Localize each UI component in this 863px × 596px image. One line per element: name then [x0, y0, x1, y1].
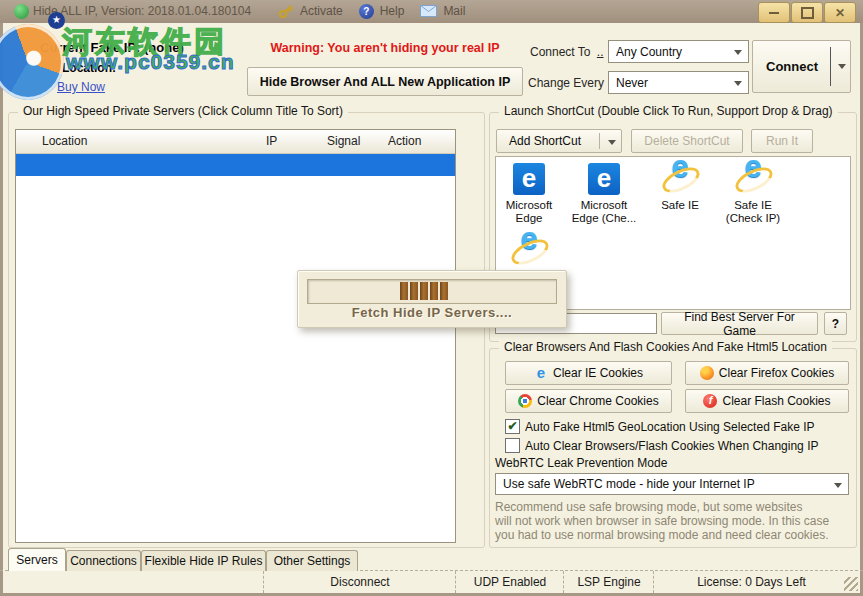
column-location[interactable]: Location	[42, 134, 87, 148]
help-button[interactable]: Help	[380, 4, 405, 18]
connect-to-label: Connect To ..	[530, 45, 604, 59]
webrtc-label: WebRTC Leak Prevention Mode	[495, 456, 667, 470]
column-ip[interactable]: IP	[266, 134, 277, 148]
selected-server-row[interactable]	[16, 154, 455, 176]
ie-icon: e	[663, 163, 697, 195]
ie-icon: e	[512, 235, 546, 267]
shortcut-item[interactable]: e Microsoft Edge (Che...	[567, 163, 641, 225]
status-lsp: LSP Engine	[563, 571, 654, 593]
shortcut-panel-title: Launch ShortCut (Double Click To Run, Su…	[499, 104, 838, 118]
flash-icon: f	[703, 394, 717, 408]
find-help-button[interactable]: ?	[824, 312, 847, 335]
progress-marquee	[400, 282, 448, 300]
status-license: License: 0 Days Left	[653, 571, 849, 593]
buy-now-link[interactable]: Buy Now	[57, 80, 105, 94]
activate-button[interactable]: Activate	[300, 4, 343, 18]
status-udp: UDP Enabled	[455, 571, 564, 593]
chevron-down-icon	[834, 483, 842, 488]
window-title: Hide ALL IP, Version: 2018.01.04.180104	[33, 4, 251, 18]
cookies-panel-title: Clear Browsers And Flash Cookies And Fak…	[499, 340, 832, 354]
warning-text: Warning: You aren't hiding your real IP	[247, 41, 523, 55]
change-every-label: Change Every	[528, 76, 604, 90]
change-every-select[interactable]: Never	[608, 71, 749, 94]
auto-fake-html5-label[interactable]: Auto Fake Html5 GeoLocation Using Select…	[525, 420, 814, 434]
browsing-mode-note: Recommend use safe browsing mode, but so…	[495, 500, 829, 542]
location-label: Location:	[62, 61, 116, 75]
fetch-servers-dialog: Fetch Hide IP Servers....	[297, 270, 567, 328]
status-bar: Disconnect UDP Enabled LSP Engine Licens…	[0, 571, 863, 593]
servers-panel-title: Our High Speed Private Servers (Click Co…	[18, 104, 348, 118]
column-signal[interactable]: Signal	[327, 134, 360, 148]
server-list-header[interactable]: Location IP Signal Action	[16, 130, 455, 154]
status-connection: Disconnect	[263, 571, 456, 593]
check-icon: ✔	[507, 419, 517, 433]
auto-clear-cookies-checkbox[interactable]	[505, 438, 520, 453]
firefox-icon	[700, 366, 714, 380]
change-every-value: Never	[616, 76, 648, 90]
tab-connections[interactable]: Connections	[66, 550, 141, 571]
minimize-button[interactable]	[758, 2, 790, 23]
split-divider	[830, 47, 831, 86]
chrome-icon	[518, 394, 532, 408]
app-icon	[14, 4, 29, 19]
minimize-icon	[769, 12, 779, 14]
clear-ie-cookies-button[interactable]: e Clear IE Cookies	[505, 361, 672, 385]
webrtc-select[interactable]: Use safe WebRTC mode - hide your Interne…	[495, 473, 849, 495]
shortcut-item[interactable]: e Safe IE (Check IP)	[716, 163, 790, 225]
clear-flash-cookies-button[interactable]: f Clear Flash Cookies	[685, 389, 849, 413]
add-shortcut-dropdown-icon[interactable]	[608, 140, 616, 145]
activate-key-icon	[278, 3, 294, 19]
current-fake-ip: Current Fake IP: (none)	[40, 40, 184, 55]
tab-other-settings[interactable]: Other Settings	[266, 550, 358, 571]
progress-message: Fetch Hide IP Servers....	[298, 305, 566, 320]
shortcut-label: Safe IE	[643, 199, 717, 212]
mail-button[interactable]: Mail	[443, 4, 465, 18]
close-icon: ✕	[835, 8, 845, 18]
shortcut-item[interactable]: e Safe IE	[643, 163, 717, 212]
help-icon: ?	[359, 4, 374, 19]
connect-button[interactable]: Connect	[752, 40, 851, 93]
clear-firefox-cookies-button[interactable]: Clear Firefox Cookies	[685, 361, 849, 385]
shortcut-item[interactable]: e Microsoft Edge	[492, 163, 566, 225]
frame-left	[0, 23, 3, 596]
clear-chrome-cookies-button[interactable]: Clear Chrome Cookies	[505, 389, 672, 413]
progress-bar	[307, 279, 557, 304]
close-button[interactable]: ✕	[824, 2, 856, 23]
webrtc-value: Use safe WebRTC mode - hide your Interne…	[503, 477, 755, 491]
ie-icon: e	[534, 366, 548, 380]
connect-to-more-link[interactable]: ..	[597, 45, 604, 59]
find-best-server-button[interactable]: Find Best Server For Game	[661, 312, 818, 335]
split-divider	[599, 133, 600, 149]
watermark-logo-icon	[0, 24, 64, 100]
add-shortcut-button[interactable]: Add ShortCut	[496, 129, 622, 153]
mail-icon	[420, 5, 437, 17]
connect-to-select[interactable]: Any Country	[608, 40, 749, 63]
titlebar[interactable]: Hide ALL IP, Version: 2018.01.04.180104 …	[0, 0, 863, 23]
hide-all-ip-button[interactable]: Hide Browser And ALL New Application IP	[247, 67, 523, 96]
auto-clear-cookies-label[interactable]: Auto Clear Browsers/Flash Cookies When C…	[525, 439, 818, 453]
connect-dropdown-icon[interactable]	[838, 64, 846, 69]
shortcut-label: Safe IE (Check IP)	[716, 199, 790, 225]
edge-icon: e	[513, 163, 545, 195]
shortcut-item[interactable]: e	[492, 235, 566, 271]
auto-fake-html5-checkbox[interactable]: ✔	[505, 419, 520, 434]
server-list[interactable]: Location IP Signal Action	[15, 129, 456, 543]
maximize-icon	[801, 7, 814, 19]
app-window: Hide ALL IP, Version: 2018.01.04.180104 …	[0, 0, 863, 596]
tab-flexible-hide-ip-rules[interactable]: Flexible Hide IP Rules	[141, 550, 266, 571]
shortcut-label: Microsoft Edge (Che...	[567, 199, 641, 225]
connect-to-value: Any Country	[616, 45, 682, 59]
tab-servers[interactable]: Servers	[8, 548, 66, 571]
chevron-down-icon	[734, 81, 742, 86]
column-action[interactable]: Action	[388, 134, 421, 148]
chevron-down-icon	[734, 50, 742, 55]
maximize-button[interactable]	[791, 2, 823, 23]
ie-icon: e	[736, 163, 770, 195]
edge-icon: e	[588, 163, 620, 195]
